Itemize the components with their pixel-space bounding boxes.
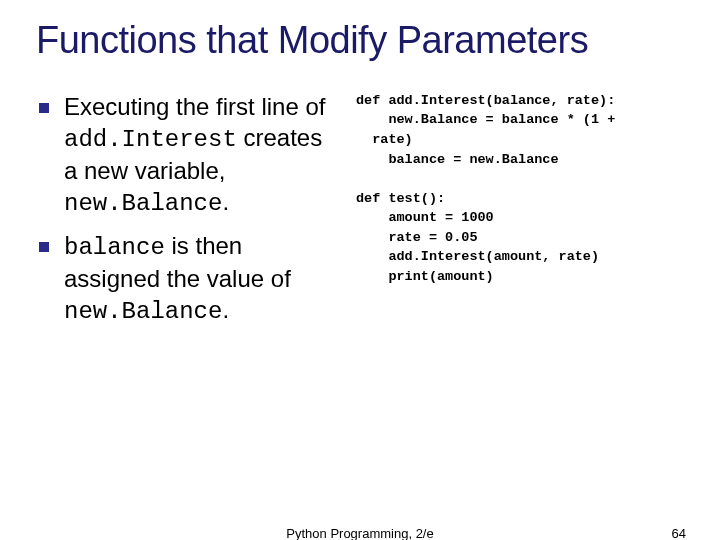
bullet-text: balance is then assigned the value of ne…: [64, 230, 336, 328]
code-column: def add.Interest(balance, rate): new.Bal…: [356, 91, 690, 337]
square-bullet-icon: [36, 100, 52, 116]
bullets-column: Executing the first line of add.Interest…: [36, 91, 336, 337]
bullet-text: Executing the first line of add.Interest…: [64, 91, 336, 220]
code-run: new.Balance: [64, 298, 222, 325]
code-run: add.Interest: [64, 126, 237, 153]
slide: Functions that Modify Parameters Executi…: [0, 0, 720, 540]
square-bullet-icon: [36, 239, 52, 255]
svg-rect-1: [39, 242, 49, 252]
text-run: .: [222, 296, 229, 323]
code-run: new.Balance: [64, 190, 222, 217]
content-area: Executing the first line of add.Interest…: [36, 91, 690, 337]
bullet-item: Executing the first line of add.Interest…: [36, 91, 336, 220]
code-run: balance: [64, 234, 165, 261]
code-block: def add.Interest(balance, rate): new.Bal…: [356, 91, 690, 287]
footer-center-text: Python Programming, 2/e: [286, 526, 433, 540]
svg-rect-0: [39, 103, 49, 113]
page-number: 64: [672, 526, 686, 540]
text-run: Executing the first line of: [64, 93, 325, 120]
bullet-item: balance is then assigned the value of ne…: [36, 230, 336, 328]
slide-title: Functions that Modify Parameters: [36, 18, 690, 63]
text-run: .: [222, 188, 229, 215]
